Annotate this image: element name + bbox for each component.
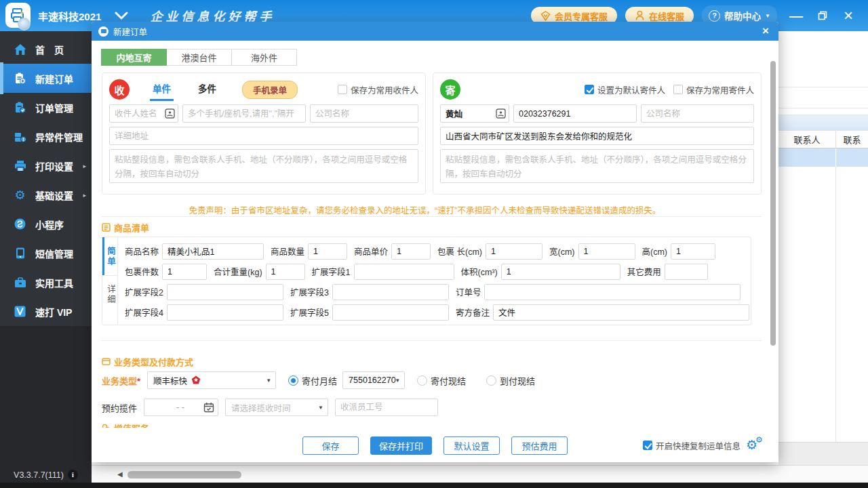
goods-section-header: 商品清单 [102,221,149,234]
pay-arrival-radio[interactable]: 到付现结 [486,374,535,387]
sender-remark-input[interactable] [493,304,749,321]
save-common-sender-checkbox[interactable]: 保存为常用寄件人 [673,83,754,96]
vas-section-header: 增值服务 [102,422,149,428]
sidebar-item-print-settings[interactable]: 打印设置 ▸ [0,151,92,180]
contact-book-icon[interactable] [496,108,506,121]
goods-price-input[interactable] [391,243,431,260]
background-selected-row[interactable] [778,148,868,167]
parcel-height-input[interactable] [671,243,715,260]
calendar-icon[interactable] [203,402,214,415]
save-print-button[interactable]: 保存并打印 [370,436,432,455]
minimize-button[interactable]: — [785,9,806,22]
dialog-close-icon[interactable]: × [760,24,772,38]
recipient-paste-textarea[interactable] [109,149,418,183]
scroll-left-icon[interactable]: ◀ [117,470,123,478]
sender-phone-input[interactable] [513,104,637,123]
background-grid-line [835,167,836,445]
base-settings-icon: ⚙ [14,189,26,201]
quick-copy-checkbox[interactable]: 开启快捷复制运单信息 [643,439,741,452]
sidebar-item-base-settings[interactable]: ⚙ 基础设置 ▸ [0,180,92,209]
order-no-input[interactable] [484,284,741,300]
sidebar-item-new-order[interactable]: 新建订单 [0,64,92,93]
estimate-fee-button[interactable]: 预估费用 [511,436,568,455]
new-order-dialog: 新建订单 × 内地互寄 港澳台件 海外件 收 单件 多件 手机录单 [92,22,778,462]
pickup-label: 预约揽件 [102,401,137,414]
order-manage-icon [14,102,26,113]
vip-medal-icon [540,11,551,21]
radio[interactable] [486,375,496,386]
parcel-width-input[interactable] [578,243,635,260]
checkbox[interactable] [338,85,347,94]
tab-hk-macau-taiwan[interactable]: 港澳台件 [166,49,232,66]
version-info: V3.3.7.7(111) i [0,470,92,480]
checkbox-checked[interactable] [643,441,652,450]
pay-now-radio[interactable]: 寄付现结 [417,374,466,387]
monthly-account-select[interactable]: 7550162270 ▼ [342,371,405,389]
ext-field4-input[interactable] [167,304,283,321]
sender-paste-textarea[interactable] [440,149,754,183]
sidebar-item-abnormal[interactable]: 异常件管理 [0,122,92,151]
background-hscrollbar[interactable]: ◀ [92,465,868,483]
courier-id-input[interactable] [335,399,438,416]
chevron-down-icon[interactable] [115,12,128,20]
sender-company-input[interactable] [641,104,754,123]
sidebar-item-miniprogram[interactable]: 小程序 [0,209,92,239]
goods-tab-detail[interactable]: 详细 [102,275,117,313]
restore-button[interactable] [814,9,831,22]
parcel-length-input[interactable] [486,243,542,260]
sidebar-item-vip[interactable]: 速打 VIP [0,297,92,326]
sender-address-input[interactable] [440,127,754,145]
pay-monthly-radio[interactable]: 寄付月结 [288,374,337,387]
dialog-vscrollbar-thumb[interactable] [770,61,776,346]
app-title: 丰速科技2021 [38,9,101,23]
sidebar-item-order-manage[interactable]: 订单管理 [0,93,92,122]
set-default-sender-checkbox[interactable]: 设置为默认寄件人 [585,83,665,96]
tab-multi-item[interactable]: 多件 [195,79,219,101]
info-icon[interactable]: i [68,470,78,480]
settings-gears-icon[interactable]: ⚙ ⚙ [746,437,764,453]
pickup-date-input[interactable]: - - [144,399,218,416]
tab-domestic[interactable]: 内地互寄 [101,49,167,66]
business-type-select[interactable]: 顺丰标快 ▼ [147,371,276,389]
checkbox-checked[interactable] [585,85,594,94]
contact-book-icon[interactable] [165,108,175,121]
goods-name-input[interactable] [162,243,264,260]
volume-input[interactable] [501,264,620,280]
ext-field1-input[interactable] [354,264,454,280]
new-order-icon [14,73,26,84]
sidebar-item-tools[interactable]: 实用工具 [0,268,92,297]
ext-field5-input[interactable] [332,304,449,321]
tab-single-item[interactable]: 单件 [150,79,174,101]
sidebar-item-sms[interactable]: 短信管理 [0,239,92,268]
phone-entry-button[interactable]: 手机录单 [242,81,298,99]
parcel-count-input[interactable] [162,264,207,280]
radio-selected[interactable] [288,375,298,386]
radio[interactable] [417,375,427,386]
table-header-contact-phone: 联系 [835,131,868,148]
other-fee-input[interactable] [665,264,708,280]
bottom-strip [0,483,868,488]
ext-field2-input[interactable] [167,284,283,300]
save-common-recipient-checkbox[interactable]: 保存为常用收件人 [338,83,418,96]
save-button[interactable]: 保存 [302,436,359,455]
checkbox[interactable] [673,85,683,94]
default-settings-button[interactable]: 默认设置 [443,436,500,455]
vip-icon [14,306,26,317]
sms-manage-icon [14,247,26,259]
tab-overseas[interactable]: 海外件 [231,49,297,66]
recipient-phones-input[interactable] [182,104,306,123]
dialog-logo-icon [98,26,108,37]
recipient-company-input[interactable] [310,104,418,123]
recipient-address-input[interactable] [109,127,418,145]
pickup-time-select[interactable]: 请选择揽收时间 ▼ [225,399,328,416]
background-toolbar-band [778,115,868,131]
goods-tab-simple[interactable]: 简单 [102,237,117,275]
recipient-badge: 收 [109,79,130,100]
sidebar-item-home[interactable]: 首 页 [0,35,92,64]
goods-qty-input[interactable] [308,243,347,260]
close-window-button[interactable]: × [840,9,857,22]
hscrollbar-thumb[interactable] [127,471,241,479]
sidebar: 首 页 新建订单 订单管理 异常件管理 [0,31,92,488]
ext-field3-input[interactable] [332,284,449,300]
total-weight-input[interactable] [266,264,305,280]
